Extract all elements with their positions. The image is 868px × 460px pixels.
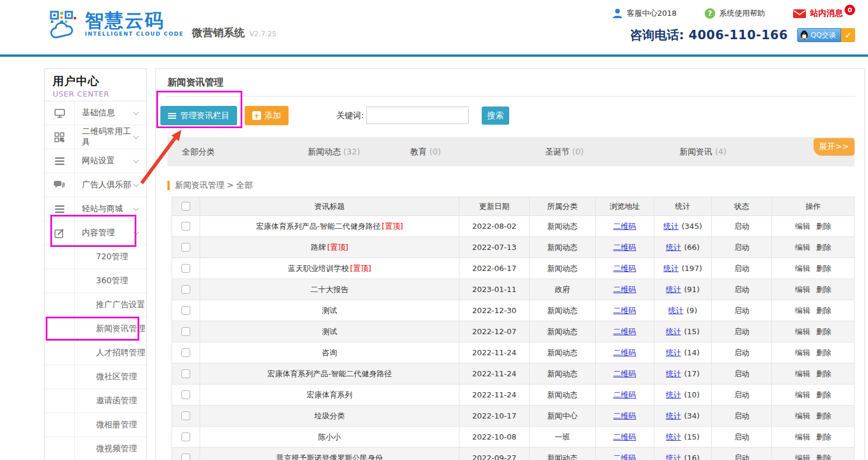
edit-link[interactable]: 编辑 bbox=[795, 348, 810, 358]
stats-link[interactable]: 统计 bbox=[664, 221, 679, 232]
delete-link[interactable]: 删除 bbox=[816, 263, 831, 274]
edit-link[interactable]: 编辑 bbox=[795, 221, 810, 232]
status-toggle[interactable]: 启动 bbox=[712, 237, 772, 258]
delete-link[interactable]: 删除 bbox=[816, 327, 831, 337]
qq-chat-button[interactable]: QQ交谈 ✓ bbox=[797, 28, 855, 42]
delete-link[interactable]: 删除 bbox=[816, 348, 831, 358]
qrcode-link[interactable]: 二维码 bbox=[613, 411, 636, 421]
row-checkbox[interactable] bbox=[181, 327, 190, 336]
edit-link[interactable]: 编辑 bbox=[795, 369, 810, 379]
category-tab-christmas[interactable]: 圣诞节 (0) bbox=[545, 147, 584, 157]
row-checkbox[interactable] bbox=[181, 285, 190, 294]
status-toggle[interactable]: 启动 bbox=[712, 427, 772, 448]
category-tab-education[interactable]: 教育 (0) bbox=[410, 147, 441, 157]
sidebar-item-advertiser-club[interactable]: 广告人俱乐部 bbox=[44, 173, 146, 197]
row-checkbox[interactable] bbox=[181, 348, 190, 357]
edit-link[interactable]: 编辑 bbox=[795, 263, 810, 274]
delete-link[interactable]: 删除 bbox=[816, 411, 831, 421]
sidebar-subitem-invitation[interactable]: 邀请函管理 bbox=[44, 389, 146, 413]
delete-link[interactable]: 删除 bbox=[816, 242, 831, 253]
stats-link[interactable]: 统计 bbox=[666, 390, 681, 400]
qrcode-link[interactable]: 二维码 bbox=[613, 453, 636, 460]
stats-link[interactable]: 统计 bbox=[666, 284, 681, 295]
stats-link[interactable]: 统计 bbox=[666, 327, 681, 337]
delete-link[interactable]: 删除 bbox=[816, 305, 831, 316]
stats-link[interactable]: 统计 bbox=[664, 263, 679, 274]
qrcode-link[interactable]: 二维码 bbox=[613, 390, 636, 400]
sidebar-subitem-micro-video[interactable]: 微视频管理 bbox=[44, 437, 146, 460]
sidebar-subitem-micro-album[interactable]: 微相册管理 bbox=[44, 413, 146, 437]
row-checkbox[interactable] bbox=[181, 454, 190, 460]
qrcode-link[interactable]: 二维码 bbox=[613, 305, 636, 316]
delete-link[interactable]: 删除 bbox=[816, 453, 831, 460]
qrcode-link[interactable]: 二维码 bbox=[613, 348, 636, 358]
qrcode-link[interactable]: 二维码 bbox=[613, 242, 636, 253]
edit-link[interactable]: 编辑 bbox=[795, 390, 810, 400]
sidebar-subitem-promo-ads[interactable]: 推广广告设置 bbox=[44, 293, 146, 317]
add-button[interactable]: + 添加 bbox=[245, 106, 289, 125]
sidebar-subitem-360[interactable]: 360管理 bbox=[44, 269, 146, 293]
expand-button[interactable]: 展开>> bbox=[814, 138, 855, 156]
edit-link[interactable]: 编辑 bbox=[795, 242, 810, 253]
stats-link[interactable]: 统计 bbox=[666, 369, 681, 379]
delete-link[interactable]: 删除 bbox=[816, 432, 831, 442]
qrcode-link[interactable]: 二维码 bbox=[613, 327, 636, 337]
category-tab-news-info[interactable]: 新闻资讯 (4) bbox=[680, 147, 726, 157]
sidebar-subitem-recruitment[interactable]: 人才招聘管理 bbox=[44, 341, 146, 365]
help-link[interactable]: ? 系统使用帮助 bbox=[705, 8, 765, 19]
sidebar-item-content-management[interactable]: 内容管理 bbox=[44, 221, 146, 245]
stats-link[interactable]: 统计 bbox=[666, 432, 681, 442]
status-toggle[interactable]: 启动 bbox=[712, 258, 772, 279]
status-toggle[interactable]: 启动 bbox=[712, 216, 772, 237]
delete-link[interactable]: 删除 bbox=[816, 369, 831, 379]
status-toggle[interactable]: 启动 bbox=[712, 448, 772, 460]
sidebar-item-site-settings[interactable]: 网站设置 bbox=[44, 149, 146, 173]
row-checkbox[interactable] bbox=[181, 222, 190, 231]
sidebar-item-qrcode-tools[interactable]: 二维码常用工具 bbox=[44, 125, 146, 149]
qrcode-link[interactable]: 二维码 bbox=[613, 432, 636, 442]
delete-link[interactable]: 删除 bbox=[816, 221, 831, 232]
edit-link[interactable]: 编辑 bbox=[795, 305, 810, 316]
sidebar-subitem-micro-community[interactable]: 微社区管理 bbox=[44, 365, 146, 389]
category-tab-news-trends[interactable]: 新闻动态 (32) bbox=[308, 147, 360, 157]
sidebar-subitem-720[interactable]: 720管理 bbox=[44, 245, 146, 269]
status-toggle[interactable]: 启动 bbox=[712, 342, 772, 363]
sidebar-item-basic-info[interactable]: 基础信息 bbox=[44, 101, 146, 125]
row-checkbox[interactable] bbox=[181, 306, 190, 315]
qrcode-link[interactable]: 二维码 bbox=[613, 221, 636, 232]
stats-link[interactable]: 统计 bbox=[666, 453, 681, 460]
status-toggle[interactable]: 启动 bbox=[712, 406, 772, 427]
manage-columns-button[interactable]: 管理资讯栏目 bbox=[160, 106, 237, 125]
row-checkbox[interactable] bbox=[181, 411, 190, 420]
messages-link[interactable]: 站内消息 0 bbox=[793, 8, 855, 19]
sidebar-subitem-news-management[interactable]: 新闻资讯管理 bbox=[44, 317, 146, 341]
keyword-input[interactable] bbox=[366, 107, 469, 124]
stats-link[interactable]: 统计 bbox=[666, 411, 681, 421]
edit-link[interactable]: 编辑 bbox=[795, 327, 810, 337]
category-tab-all[interactable]: 全部分类 bbox=[182, 147, 215, 157]
row-checkbox[interactable] bbox=[181, 243, 190, 252]
delete-link[interactable]: 删除 bbox=[816, 390, 831, 400]
stats-link[interactable]: 统计 bbox=[666, 348, 681, 358]
qrcode-link[interactable]: 二维码 bbox=[613, 284, 636, 295]
edit-link[interactable]: 编辑 bbox=[795, 432, 810, 442]
qrcode-link[interactable]: 二维码 bbox=[613, 369, 636, 379]
delete-link[interactable]: 删除 bbox=[816, 284, 831, 295]
service-center-link[interactable]: 客服中心2018 bbox=[612, 8, 677, 19]
breadcrumb[interactable]: 新闻资讯管理 > 全部 bbox=[167, 180, 253, 191]
search-button[interactable]: 搜索 bbox=[482, 107, 509, 125]
qrcode-link[interactable]: 二维码 bbox=[613, 263, 636, 274]
status-toggle[interactable]: 启动 bbox=[712, 321, 772, 342]
sidebar-item-lite-site-mall[interactable]: 轻站与商城 bbox=[44, 197, 146, 221]
row-checkbox[interactable] bbox=[181, 432, 190, 441]
status-toggle[interactable]: 启动 bbox=[712, 385, 772, 406]
row-checkbox[interactable] bbox=[181, 369, 190, 378]
select-all-checkbox[interactable] bbox=[181, 202, 190, 211]
edit-link[interactable]: 编辑 bbox=[795, 411, 810, 421]
status-toggle[interactable]: 启动 bbox=[712, 300, 772, 321]
status-toggle[interactable]: 启动 bbox=[712, 279, 772, 300]
stats-link[interactable]: 统计 bbox=[668, 305, 684, 316]
row-checkbox[interactable] bbox=[181, 390, 190, 399]
status-toggle[interactable]: 启动 bbox=[712, 363, 772, 385]
row-checkbox[interactable] bbox=[181, 264, 190, 273]
